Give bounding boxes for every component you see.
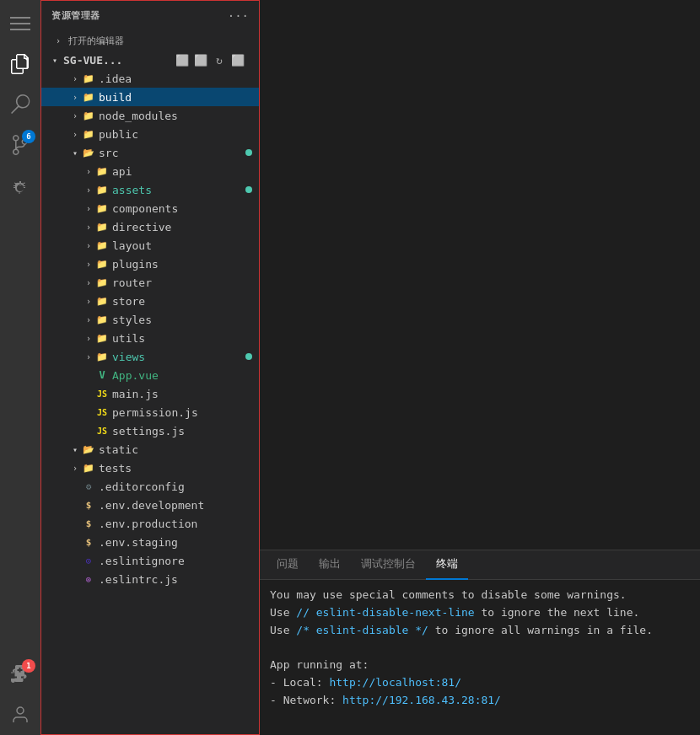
tree-item-permission-js[interactable]: JS permission.js xyxy=(41,403,259,421)
directive-arrow xyxy=(82,220,95,233)
tree-item-components[interactable]: 📁 components xyxy=(41,199,259,217)
static-name: static xyxy=(99,443,252,456)
tests-arrow xyxy=(68,461,82,475)
explorer-icon[interactable] xyxy=(0,44,40,84)
debug-icon[interactable] xyxy=(0,165,40,206)
extensions-icon[interactable]: 1 xyxy=(0,654,40,695)
panel-tabs: 问题 输出 调试控制台 终端 xyxy=(260,550,700,580)
tree-item-main-js[interactable]: JS main.js xyxy=(41,384,259,403)
directive-name: directive xyxy=(112,221,252,233)
tree-item-tests[interactable]: 📁 tests xyxy=(41,459,259,477)
eslintignore-icon: ⊙ xyxy=(82,554,95,567)
api-arrow xyxy=(82,164,95,178)
local-url-link[interactable]: http://localhost:81/ xyxy=(329,676,461,689)
new-file-btn[interactable]: ⬜ xyxy=(175,52,190,67)
idea-folder-icon: 📁 xyxy=(82,72,95,85)
permission-js-icon: JS xyxy=(95,405,109,419)
permission-js-name: permission.js xyxy=(112,406,252,419)
open-editors-label: 打开的编辑器 xyxy=(68,35,124,47)
tree-item-layout[interactable]: 📁 layout xyxy=(41,236,259,255)
tree-item-api[interactable]: 📁 api xyxy=(41,162,259,180)
search-icon[interactable] xyxy=(0,84,40,125)
node-modules-icon: 📁 xyxy=(82,109,95,122)
tree-item-idea[interactable]: 📁 .idea xyxy=(41,69,259,88)
tree-item-settings-js[interactable]: JS settings.js xyxy=(41,421,259,440)
tree-item-src[interactable]: 📂 src xyxy=(41,143,259,162)
tree-item-eslintrc[interactable]: ⊛ .eslintrc.js xyxy=(41,570,259,588)
sidebar-header-icons: ··· xyxy=(228,9,249,23)
utils-name: utils xyxy=(112,332,252,345)
src-folder-icon: 📂 xyxy=(82,146,95,159)
app-vue-name: App.vue xyxy=(112,369,252,382)
refresh-btn[interactable]: ↻ xyxy=(212,52,227,67)
tree-item-utils[interactable]: 📁 utils xyxy=(41,329,259,347)
views-dot xyxy=(245,353,252,360)
tab-output[interactable]: 输出 xyxy=(309,550,351,580)
tree-item-public[interactable]: 📁 public xyxy=(41,125,259,143)
assets-arrow xyxy=(82,183,95,196)
components-folder-icon: 📁 xyxy=(95,201,109,215)
tree-item-assets[interactable]: 📁 assets xyxy=(41,180,259,199)
env-dev-icon: $ xyxy=(82,498,95,512)
tree-item-env-staging[interactable]: $ .env.staging xyxy=(41,533,259,551)
layout-folder-icon: 📁 xyxy=(95,239,109,252)
tree-item-directive[interactable]: 📁 directive xyxy=(41,217,259,236)
tree-item-static[interactable]: 📂 static xyxy=(41,440,259,459)
store-folder-icon: 📁 xyxy=(95,294,109,308)
views-folder-icon: 📁 xyxy=(95,350,109,363)
layout-name: layout xyxy=(112,239,252,252)
terminal-content[interactable]: You may use special comments to disable … xyxy=(260,580,700,735)
tree-item-eslintignore[interactable]: ⊙ .eslintignore xyxy=(41,551,259,570)
public-folder-icon: 📁 xyxy=(82,127,95,141)
tab-debug-console[interactable]: 调试控制台 xyxy=(351,550,426,580)
tab-problems[interactable]: 问题 xyxy=(267,550,309,580)
collapse-btn[interactable]: ⬜ xyxy=(230,52,245,67)
settings-js-icon: JS xyxy=(95,424,109,437)
store-arrow xyxy=(82,294,95,308)
open-editors-section[interactable]: 打开的编辑器 xyxy=(41,30,259,51)
tree-item-app-vue[interactable]: V App.vue xyxy=(41,366,259,384)
main-area: 问题 输出 调试控制台 终端 You may use special comme… xyxy=(260,0,700,735)
project-toolbar: ⬜ ⬜ ↻ ⬜ xyxy=(175,52,252,67)
tree-item-editorconfig[interactable]: ⚙ .editorconfig xyxy=(41,477,259,496)
static-arrow xyxy=(68,443,82,456)
router-name: router xyxy=(112,276,252,289)
tree-item-plugins[interactable]: 📁 plugins xyxy=(41,255,259,273)
tree-item-build[interactable]: 📁 build xyxy=(41,88,259,106)
plugins-arrow xyxy=(82,257,95,271)
router-folder-icon: 📁 xyxy=(95,276,109,289)
svg-rect-2 xyxy=(10,29,30,30)
account-icon[interactable] xyxy=(0,695,40,735)
public-arrow xyxy=(68,127,82,141)
directive-folder-icon: 📁 xyxy=(95,220,109,233)
tree-item-styles[interactable]: 📁 styles xyxy=(41,310,259,329)
tree-item-node-modules[interactable]: 📁 node_modules xyxy=(41,106,259,125)
activity-bar: 6 1 xyxy=(0,0,40,735)
network-url-link[interactable]: http://192.168.43.28:81/ xyxy=(342,694,501,706)
tree-item-env-dev[interactable]: $ .env.development xyxy=(41,496,259,514)
router-arrow xyxy=(82,276,95,289)
build-arrow xyxy=(68,90,82,104)
build-folder-icon: 📁 xyxy=(82,90,95,104)
sidebar: 资源管理器 ··· 打开的编辑器 SG-VUE... ⬜ ⬜ ↻ ⬜ 📁 .id… xyxy=(40,0,260,735)
editor-area xyxy=(260,0,700,550)
scm-icon[interactable]: 6 xyxy=(0,125,40,165)
tree-item-views[interactable]: 📁 views xyxy=(41,347,259,366)
node-modules-name: node_modules xyxy=(99,110,252,122)
tab-terminal[interactable]: 终端 xyxy=(426,550,468,580)
env-prod-icon: $ xyxy=(82,517,95,530)
env-dev-name: .env.development xyxy=(99,499,252,512)
project-root[interactable]: SG-VUE... ⬜ ⬜ ↻ ⬜ xyxy=(41,51,259,69)
menu-icon[interactable] xyxy=(0,3,40,44)
new-folder-btn[interactable]: ⬜ xyxy=(193,52,208,67)
more-actions-icon[interactable]: ··· xyxy=(228,9,249,23)
tree-item-env-prod[interactable]: $ .env.production xyxy=(41,514,259,533)
idea-arrow xyxy=(68,72,82,85)
utils-arrow xyxy=(82,331,95,345)
svg-rect-0 xyxy=(10,17,30,19)
tree-item-router[interactable]: 📁 router xyxy=(41,273,259,292)
styles-name: styles xyxy=(112,314,252,326)
layout-arrow xyxy=(82,239,95,252)
tree-item-store[interactable]: 📁 store xyxy=(41,292,259,310)
panel: 问题 输出 调试控制台 终端 You may use special comme… xyxy=(260,550,700,735)
